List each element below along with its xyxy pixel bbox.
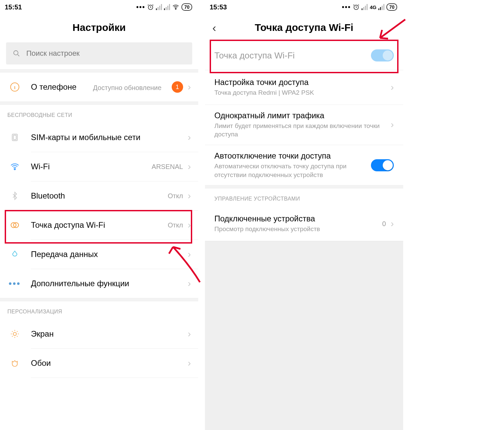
settings-screen: 15:51 ••• 70 Настройки О телефоне Доступ… (0, 0, 198, 430)
auto-disable-toggle[interactable] (371, 159, 394, 171)
back-button[interactable]: ‹ (212, 21, 216, 34)
row-label: Передача данных (31, 250, 188, 259)
svg-rect-5 (13, 135, 16, 140)
hotspot-config-row[interactable]: Настройка точки доступа Точка доступа Re… (205, 70, 403, 104)
search-input[interactable] (26, 49, 185, 58)
auto-disable-row[interactable]: Автоотключение точки доступа Автоматичес… (205, 145, 403, 185)
row-sub: Лимит будет применяться при каждом включ… (214, 122, 391, 139)
svg-point-1 (175, 8, 176, 9)
row-label: Дополнительные функции (31, 279, 188, 288)
bluetooth-row[interactable]: Bluetooth Откл › (0, 181, 198, 210)
status-time: 15:53 (210, 3, 227, 11)
row-label: Wi-Fi (31, 162, 152, 171)
svg-point-2 (14, 51, 18, 55)
row-label: Обои (31, 358, 188, 368)
row-value: Откл (168, 221, 183, 229)
empty-area (205, 241, 403, 430)
sun-icon (7, 329, 22, 339)
row-sub: Доступно обновление (93, 84, 162, 92)
row-value: Откл (168, 192, 183, 200)
row-sub: Просмотр подключенных устройств (214, 225, 382, 233)
hotspot-row[interactable]: Точка доступа Wi-Fi Откл › (0, 211, 198, 240)
page-title: Точка доступа Wi-Fi (255, 22, 353, 33)
chevron-right-icon: › (188, 161, 191, 172)
data-usage-row[interactable]: Передача данных › (0, 240, 198, 269)
chevron-right-icon: › (188, 358, 191, 369)
chevron-right-icon: › (188, 249, 191, 260)
chevron-right-icon: › (188, 132, 191, 143)
section-devices: УПРАВЛЕНИЕ УСТРОЙСТВАМИ (205, 188, 403, 207)
info-icon (7, 82, 22, 92)
chevron-right-icon: › (188, 82, 191, 92)
signal-2-icon (164, 4, 170, 10)
status-bar: 15:51 ••• 70 (0, 0, 198, 14)
chevron-right-icon: › (188, 220, 191, 230)
more-row[interactable]: ••• Дополнительные функции › (0, 269, 198, 298)
row-label: Bluetooth (31, 191, 168, 201)
svg-point-6 (14, 169, 15, 170)
row-label: Однократный лимит трафика (214, 111, 391, 120)
search-icon (13, 49, 20, 57)
signal-1-icon (156, 4, 162, 10)
chevron-right-icon: › (391, 82, 394, 93)
sim-icon (7, 133, 22, 142)
header: ‹ Точка доступа Wi-Fi (205, 14, 403, 41)
row-label: Настройка точки доступа (214, 78, 391, 87)
wallpaper-row[interactable]: Обои › (0, 349, 198, 378)
page-title: Настройки (73, 22, 126, 33)
tulip-icon (7, 359, 22, 368)
wifi-row[interactable]: Wi-Fi ARSENAL › (0, 152, 198, 181)
battery-icon: 70 (386, 3, 397, 11)
row-sub: Точка доступа Redmi | WPA2 PSK (214, 88, 391, 97)
status-icons: ••• 4G 70 (342, 3, 397, 11)
signal-2-icon (378, 4, 384, 10)
more-dots-icon: ••• (7, 278, 22, 289)
svg-point-9 (13, 332, 16, 335)
signal-1-icon (362, 4, 368, 10)
chevron-right-icon: › (188, 190, 191, 201)
chevron-right-icon: › (188, 329, 191, 339)
status-bar: 15:53 ••• 4G 70 (205, 0, 403, 14)
chevron-right-icon: › (188, 278, 191, 289)
wifi-icon (7, 162, 22, 172)
more-icon: ••• (342, 3, 351, 11)
update-badge: 1 (172, 81, 183, 93)
row-sub: Автоматически отключать точку доступа пр… (214, 162, 367, 179)
sim-row[interactable]: SIM-карты и мобильные сети › (0, 123, 198, 152)
row-value: 0 (382, 220, 386, 228)
row-label: Подключенные устройства (214, 214, 382, 223)
row-value: ARSENAL (152, 163, 183, 171)
section-personalization: ПЕРСОНАЛИЗАЦИЯ (0, 301, 198, 319)
section-wireless: БЕСПРОВОДНЫЕ СЕТИ (0, 105, 198, 123)
row-label: Экран (31, 329, 188, 339)
bluetooth-icon (7, 191, 22, 200)
display-row[interactable]: Экран › (0, 319, 198, 348)
hotspot-toggle-row[interactable]: Точка доступа Wi-Fi (205, 41, 403, 70)
wifi-icon (172, 3, 179, 11)
network-type: 4G (370, 4, 376, 10)
battery-icon: 70 (181, 3, 192, 11)
more-icon: ••• (136, 3, 145, 11)
chevron-right-icon: › (391, 119, 394, 130)
chevron-right-icon: › (391, 218, 394, 229)
status-icons: ••• 70 (136, 3, 192, 11)
hotspot-toggle[interactable] (371, 49, 394, 61)
row-label: Точка доступа Wi-Fi (31, 220, 168, 230)
status-time: 15:51 (5, 3, 22, 11)
search-bar[interactable] (6, 42, 192, 64)
hotspot-icon (7, 220, 22, 230)
row-label: Точка доступа Wi-Fi (214, 50, 371, 61)
data-limit-row[interactable]: Однократный лимит трафика Лимит будет пр… (205, 105, 403, 145)
alarm-icon (353, 4, 360, 10)
row-label: Автоотключение точки доступа (214, 151, 367, 161)
row-label: О телефоне (31, 82, 93, 92)
header: Настройки (0, 14, 198, 41)
alarm-icon (147, 4, 154, 10)
connected-devices-row[interactable]: Подключенные устройства Просмотр подключ… (205, 207, 403, 241)
hotspot-screen: 15:53 ••• 4G 70 ‹ Точка доступа Wi-Fi То… (205, 0, 403, 430)
droplet-icon (7, 250, 22, 259)
row-label: SIM-карты и мобильные сети (31, 133, 188, 142)
about-phone-row[interactable]: О телефоне Доступно обновление 1 › (0, 73, 198, 101)
